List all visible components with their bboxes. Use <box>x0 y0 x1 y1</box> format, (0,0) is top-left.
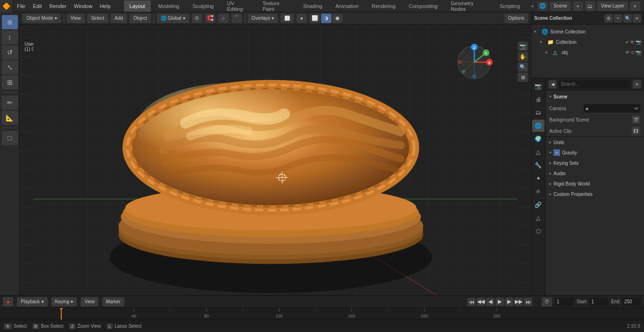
expand-collection[interactable]: ▾ <box>540 40 545 44</box>
audio-section[interactable]: ▸ Audio <box>545 168 644 178</box>
gravity-checkbox[interactable]: ✓ <box>553 149 560 156</box>
prop-world-icon[interactable]: 🌍 <box>532 133 545 145</box>
tab-rendering[interactable]: Rendering <box>366 0 401 12</box>
props-scene-header[interactable]: ▾ Scene <box>545 90 644 103</box>
tool-rotate[interactable]: ↺ <box>2 45 18 59</box>
scene-new[interactable]: + <box>573 1 583 11</box>
prev-frame-btn[interactable]: ◀ <box>486 298 495 306</box>
props-filter[interactable]: ≡ <box>633 80 641 89</box>
play-btn[interactable]: ▶ <box>495 298 504 306</box>
outliner-filter-icon[interactable]: ≡ <box>633 14 641 23</box>
view-layer-icon[interactable]: 🗂 <box>585 1 595 11</box>
collection-restrict-select[interactable]: ✔ <box>625 40 629 45</box>
viewport-area[interactable]: Object Mode ▾ View Select Add Object 🌐 G… <box>20 12 531 295</box>
outliner-search[interactable]: 🔍 <box>623 14 632 23</box>
prop-object-icon[interactable]: △ <box>532 146 545 158</box>
solid-mode[interactable]: ⬜ <box>310 14 320 23</box>
tab-texture-paint[interactable]: Texture Paint <box>257 0 296 12</box>
scene-name[interactable]: Scene <box>550 1 570 11</box>
props-search[interactable] <box>559 80 631 89</box>
outliner-obj[interactable]: ▸ △ obj 👁 ⊙ 📷 <box>531 47 644 57</box>
timeline-record-btn[interactable]: ● <box>3 297 13 307</box>
tab-sculpting[interactable]: Sculpting <box>187 0 219 12</box>
tab-layout[interactable]: Layout <box>124 0 151 12</box>
snap-btn[interactable]: 🧲 <box>205 14 215 23</box>
prop-scene-icon[interactable]: 🌐 <box>532 120 545 132</box>
proportional-type[interactable]: ⌒ <box>231 14 242 23</box>
add-workspace-tab[interactable]: + <box>528 0 538 12</box>
viewport-canvas[interactable]: User Perspective (1) Collection <box>20 24 531 295</box>
prop-particles-icon[interactable]: ✦ <box>532 172 545 185</box>
scene-selector-icon[interactable]: 🌐 <box>537 1 548 11</box>
expand-scene-collection[interactable]: ▾ <box>534 29 540 34</box>
outliner-collection[interactable]: ▾ 📁 Collection ✔ 👁 📷 <box>531 37 644 47</box>
prop-view-layer-icon[interactable]: 🗂 <box>532 106 545 119</box>
bg-scene-btn[interactable]: 🎬 <box>632 115 640 124</box>
marker-menu[interactable]: Marker <box>102 297 124 307</box>
obj-render[interactable]: 📷 <box>636 50 641 55</box>
prop-physics-icon[interactable]: ⚛ <box>532 186 545 198</box>
prop-constraints-icon[interactable]: 🔗 <box>532 199 545 211</box>
object-mode-dropdown[interactable]: Object Mode ▾ <box>23 14 61 23</box>
props-back[interactable]: ◀ <box>548 80 557 89</box>
frame-timer[interactable]: ⏱ <box>542 297 552 307</box>
add-menu[interactable]: Add <box>111 14 127 23</box>
tool-add-cube[interactable]: □ <box>2 131 18 145</box>
custom-props-section[interactable]: ▸ Custom Properties <box>545 189 644 199</box>
jump-end-btn[interactable]: ⏭ <box>524 298 532 306</box>
timeline-ruler[interactable]: 1 40 80 120 160 200 250 <box>0 308 644 320</box>
collection-hide[interactable]: 👁 <box>630 40 635 45</box>
tool-scale[interactable]: ⤡ <box>2 60 18 74</box>
prop-data-icon[interactable]: △ <box>532 212 545 224</box>
menu-file[interactable]: File <box>13 0 29 12</box>
tab-shading[interactable]: Shading <box>297 0 328 12</box>
tool-measure[interactable]: 📐 <box>2 111 18 125</box>
outliner-filter[interactable]: ⚙ <box>604 14 613 23</box>
end-frame[interactable]: 250 <box>622 298 641 306</box>
outliner-new-collection[interactable]: + <box>614 14 622 23</box>
prop-output-icon[interactable]: 🖨 <box>532 93 545 105</box>
menu-render[interactable]: Render <box>46 0 70 12</box>
expand-obj[interactable]: ▸ <box>545 50 551 55</box>
rigid-body-section[interactable]: ▸ Rigid Body World <box>545 178 644 189</box>
active-clip-btn[interactable]: 🎞 <box>632 127 640 135</box>
view-layer-name[interactable]: View Layer <box>597 1 628 11</box>
pivot-btn[interactable]: ⊙ <box>192 14 202 23</box>
jump-start-btn[interactable]: ⏮ <box>467 298 476 306</box>
zoom-btn[interactable]: 🔍 <box>518 62 528 72</box>
camera-value[interactable]: ■ ✏ <box>584 104 640 113</box>
object-menu[interactable]: Object <box>130 14 151 23</box>
tool-cursor[interactable]: ⊕ <box>2 15 18 29</box>
options-btn[interactable]: Options <box>504 14 528 23</box>
camera-edit-icon[interactable]: ✏ <box>635 106 638 111</box>
xray-btn[interactable]: ⬜ <box>281 14 294 23</box>
select-menu[interactable]: Select <box>87 14 108 23</box>
menu-help[interactable]: Help <box>96 0 115 12</box>
current-frame[interactable]: 1 <box>555 298 574 306</box>
next-frame-btn[interactable]: ▶ <box>505 298 513 306</box>
tool-move[interactable]: ↕ <box>2 30 18 44</box>
tool-transform[interactable]: ⊞ <box>2 75 18 89</box>
view-layer-new[interactable]: + <box>630 1 640 11</box>
navigation-gizmo[interactable]: X Y Z <box>455 43 493 81</box>
transform-dropdown[interactable]: 🌐 Global ▾ <box>157 14 189 23</box>
collection-render[interactable]: 📷 <box>636 40 641 45</box>
rendered-mode[interactable]: ◉ <box>332 14 343 23</box>
prev-keyframe-btn[interactable]: ◀◀ <box>477 298 485 306</box>
tab-modeling[interactable]: Modeling <box>153 0 185 12</box>
menu-edit[interactable]: Edit <box>29 0 46 12</box>
tab-compositing[interactable]: Compositing <box>403 0 443 12</box>
menu-window[interactable]: Window <box>70 0 96 12</box>
tool-annotate[interactable]: ✏ <box>2 96 18 110</box>
prop-material-icon[interactable]: ⬡ <box>532 225 545 237</box>
units-section[interactable]: ▸ Units <box>545 137 644 147</box>
next-keyframe-btn[interactable]: ▶▶ <box>514 298 523 306</box>
outliner-scene-collection[interactable]: ▾ 🌐 Scene Collection <box>531 26 644 37</box>
hand-tool-btn[interactable]: ✋ <box>518 52 528 61</box>
render-mode[interactable]: ● <box>297 14 307 23</box>
overlay-btn[interactable]: Overlays ▾ <box>248 14 278 23</box>
gravity-section[interactable]: ▾ ✓ Gravity <box>545 147 644 158</box>
tab-geometry-nodes[interactable]: Geometry Nodes <box>445 0 492 12</box>
grid-snap-btn[interactable]: ⊞ <box>518 73 528 82</box>
view-menu[interactable]: View <box>67 14 85 23</box>
